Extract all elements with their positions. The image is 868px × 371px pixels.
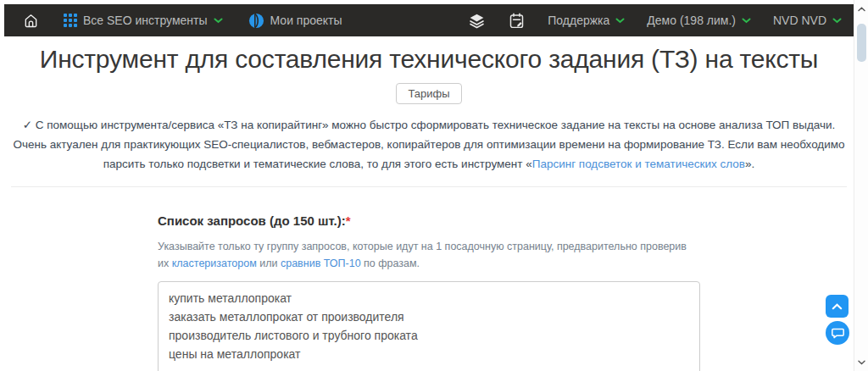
- clusterizer-link[interactable]: кластеризатором: [172, 257, 257, 269]
- task-edit-icon: [508, 12, 526, 30]
- intro-paragraph: ✓ С помощью инструмента/сервиса «ТЗ на к…: [10, 115, 848, 174]
- task-edit-button[interactable]: [508, 12, 526, 30]
- compare-top10-link[interactable]: сравнив ТОП-10: [281, 257, 361, 269]
- home-button[interactable]: [16, 4, 45, 36]
- chevron-up-icon: [832, 303, 843, 310]
- nav-user-label: NVD NVD: [773, 14, 826, 27]
- apps-grid-icon: [64, 14, 77, 27]
- intro-text-after: ».: [745, 158, 754, 170]
- form-column: Список запросов (до 150 шт.):* Указывайт…: [158, 213, 700, 371]
- scrollbar-up-arrow[interactable]: [854, 2, 868, 16]
- queries-textarea[interactable]: купить металлопрокат заказать металлопро…: [158, 281, 700, 371]
- nav-support[interactable]: Поддержка: [548, 14, 625, 27]
- nav-user-menu[interactable]: NVD NVD: [773, 14, 842, 27]
- chevron-down-icon: [832, 18, 842, 24]
- chat-widget-button[interactable]: [826, 321, 849, 345]
- top-navbar: Все SEO инструменты Мои проекты: [4, 4, 854, 36]
- required-asterisk: *: [346, 213, 351, 228]
- chat-bubble-icon: [832, 328, 844, 339]
- nav-demo-label: Демо (198 лим.): [647, 14, 736, 27]
- section-divider: [11, 186, 847, 187]
- nav-support-label: Поддержка: [548, 14, 609, 27]
- nav-my-projects[interactable]: Мои проекты: [248, 13, 342, 29]
- home-icon: [23, 13, 39, 29]
- nav-demo-limits[interactable]: Демо (198 лим.): [647, 14, 751, 27]
- queries-label-text: Список запросов (до 150 шт.):: [158, 213, 346, 228]
- nav-my-projects-label: Мои проекты: [270, 14, 342, 27]
- vertical-scrollbar[interactable]: [854, 0, 868, 371]
- helper-text-middle: или: [257, 257, 281, 269]
- page-title: Инструмент для составления технического …: [4, 44, 854, 75]
- chevron-down-icon: [742, 18, 751, 24]
- page: Все SEO инструменты Мои проекты: [0, 0, 854, 371]
- queries-label: Список запросов (до 150 шт.):*: [158, 213, 700, 228]
- helper-text-after: по фразам.: [361, 257, 420, 269]
- chevron-down-icon: [615, 18, 625, 24]
- parsing-highlights-link[interactable]: Парсинг подсветок и тематических слов: [532, 158, 745, 170]
- layers-icon: [468, 12, 486, 30]
- tariffs-button[interactable]: Тарифы: [396, 83, 461, 104]
- queries-helper-text: Указывайте только ту группу запросов, ко…: [158, 238, 700, 272]
- scrollbar-down-arrow[interactable]: [854, 355, 868, 369]
- chevron-down-icon: [214, 18, 223, 24]
- scroll-to-top-button[interactable]: [826, 295, 849, 318]
- nav-all-seo-tools[interactable]: Все SEO инструменты: [64, 14, 223, 27]
- layers-button[interactable]: [468, 12, 486, 30]
- projects-pie-icon: [248, 13, 264, 29]
- nav-all-seo-tools-label: Все SEO инструменты: [83, 14, 208, 27]
- scrollbar-thumb[interactable]: [857, 24, 866, 62]
